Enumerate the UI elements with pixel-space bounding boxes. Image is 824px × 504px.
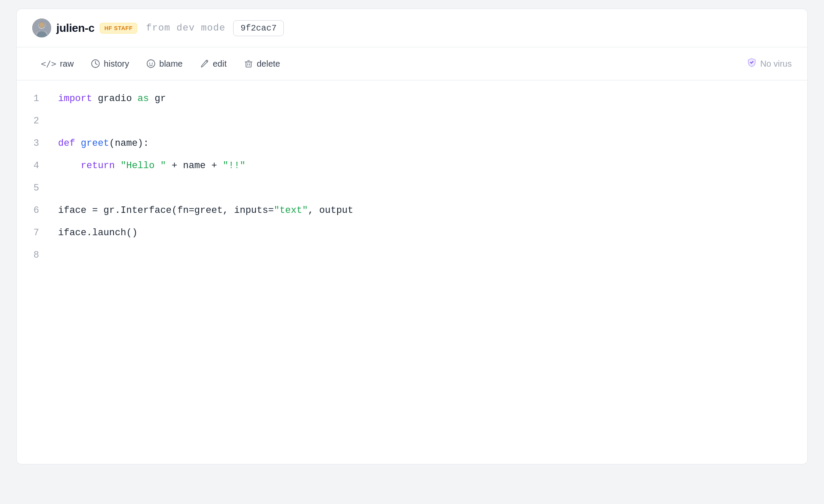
code-line-7: 7 iface.launch() <box>17 225 807 247</box>
code-icon: </> <box>41 58 56 69</box>
main-card: julien-c HF STAFF from dev mode 9f2cac7 … <box>16 9 808 464</box>
line-content-6: iface = gr.Interface(fn=greet, inputs="t… <box>51 203 807 218</box>
code-line-8: 8 <box>17 247 807 270</box>
code-line-2: 2 <box>17 113 807 135</box>
line-content-8 <box>51 247 807 263</box>
code-line-1: 1 import gradio as gr <box>17 91 807 113</box>
hf-staff-badge: HF STAFF <box>100 23 138 34</box>
line-number-3: 3 <box>17 135 51 151</box>
raw-label: raw <box>60 59 74 69</box>
line-content-3: def greet(name): <box>51 135 807 151</box>
svg-rect-9 <box>246 62 251 67</box>
line-number-7: 7 <box>17 225 51 241</box>
line-number-6: 6 <box>17 203 51 218</box>
from-dev-label: from dev mode <box>146 23 225 34</box>
toolbar-blame[interactable]: blame <box>138 55 191 72</box>
line-content-2 <box>51 113 807 129</box>
svg-point-7 <box>149 63 150 64</box>
line-number-2: 2 <box>17 113 51 129</box>
toolbar-edit[interactable]: edit <box>191 55 235 72</box>
username-label: julien-c <box>56 22 95 35</box>
face-icon <box>146 59 156 68</box>
avatar <box>32 18 51 37</box>
toolbar-history[interactable]: history <box>82 55 138 72</box>
toolbar-delete[interactable]: delete <box>235 55 289 72</box>
line-content-4: return "Hello " + name + "!!" <box>51 158 807 174</box>
no-virus-badge: No virus <box>747 57 792 70</box>
file-toolbar: </> raw history blam <box>17 47 807 80</box>
toolbar-raw[interactable]: </> raw <box>32 55 82 72</box>
line-content-7: iface.launch() <box>51 225 807 241</box>
svg-point-8 <box>152 63 153 64</box>
code-line-3: 3 def greet(name): <box>17 135 807 158</box>
code-viewer: 1 import gradio as gr 2 3 def greet(name… <box>17 80 807 280</box>
line-content-1: import gradio as gr <box>51 91 807 107</box>
delete-label: delete <box>257 59 280 69</box>
svg-point-6 <box>147 60 155 68</box>
history-label: history <box>104 59 129 69</box>
line-number-4: 4 <box>17 158 51 174</box>
commit-hash-label: 9f2cac7 <box>233 20 284 36</box>
svg-point-4 <box>39 22 45 28</box>
line-number-5: 5 <box>17 180 51 196</box>
no-virus-label: No virus <box>760 59 792 69</box>
edit-label: edit <box>213 59 227 69</box>
clock-icon <box>91 59 100 68</box>
blame-label: blame <box>159 59 182 69</box>
file-header: julien-c HF STAFF from dev mode 9f2cac7 <box>17 9 807 47</box>
line-number-1: 1 <box>17 91 51 107</box>
code-line-6: 6 iface = gr.Interface(fn=greet, inputs=… <box>17 203 807 225</box>
pencil-icon <box>200 59 209 68</box>
code-line-4: 4 return "Hello " + name + "!!" <box>17 158 807 180</box>
line-content-5 <box>51 180 807 196</box>
code-line-5: 5 <box>17 180 807 203</box>
shield-icon <box>747 57 757 70</box>
line-number-8: 8 <box>17 247 51 263</box>
trash-icon <box>244 59 253 68</box>
